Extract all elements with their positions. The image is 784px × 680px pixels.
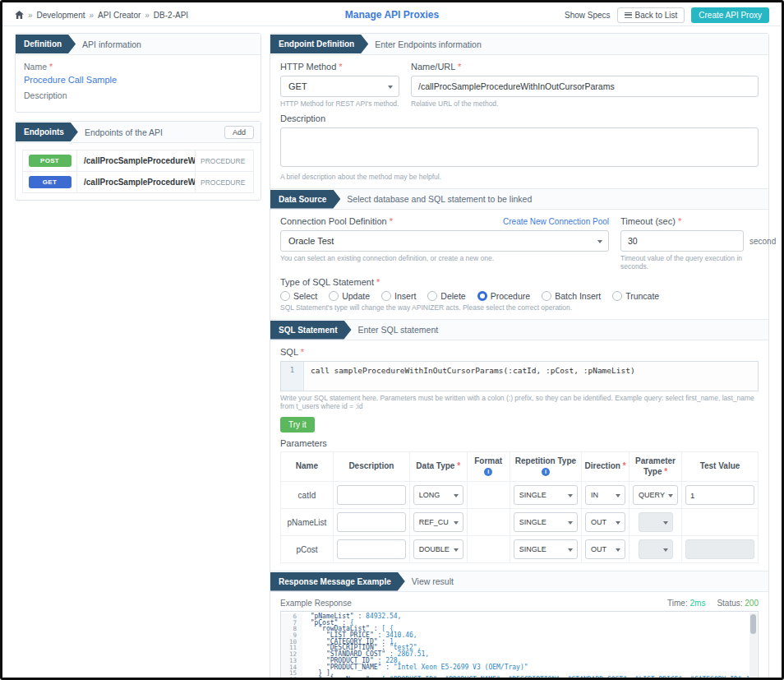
param-format-cell — [467, 482, 510, 509]
response-code-viewer[interactable]: 6 "pNameList" : 84932.54,7 "pCost" : {8 … — [280, 611, 759, 680]
parameter-row-catid: catId LONG SINGLE IN QUERY — [281, 482, 759, 509]
info-icon[interactable] — [542, 468, 550, 476]
content-area: Definition API information Name * Proced… — [15, 26, 769, 680]
info-icon[interactable] — [484, 468, 492, 476]
radio-label: Insert — [394, 291, 416, 301]
back-to-list-button[interactable]: Back to List — [617, 7, 685, 23]
param-direction-select[interactable]: OUT — [585, 539, 625, 559]
endpoint-row[interactable]: POST /callProcSampleProcedureW... PROCED… — [23, 150, 253, 171]
sql-type-radio-procedure[interactable]: Procedure — [477, 291, 530, 301]
param-repetition-select[interactable]: SINGLE — [514, 539, 578, 559]
radio-icon — [427, 291, 437, 301]
scrollbar-track[interactable] — [749, 613, 757, 680]
data-source-subtitle: Select database and SQL statement to be … — [347, 194, 532, 204]
sql-statement-subtitle: Enter SQL statement — [358, 325, 439, 335]
sql-type-radio-batch-insert[interactable]: Batch Insert — [542, 291, 601, 301]
param-data-type-select[interactable]: REF_CU — [413, 512, 463, 532]
name-label: Name * — [24, 62, 252, 72]
param-data-type-select[interactable]: LONG — [413, 485, 463, 505]
required-mark: * — [457, 461, 460, 470]
connection-pool-label-text: Connection Pool Definition — [280, 216, 387, 226]
endpoint-definition-header: Endpoint Definition Enter Endpoints info… — [270, 34, 768, 55]
name-url-help: Relative URL of the method. — [411, 99, 759, 108]
data-source-section: Data Source Select database and SQL stat… — [270, 188, 768, 319]
name-url-input[interactable] — [411, 76, 759, 97]
endpoint-type: PROCEDURE — [196, 172, 253, 192]
sql-editor[interactable]: 1 call sampleProcedureWithInOutCursorPar… — [280, 361, 759, 391]
connection-pool-select[interactable]: Oracle Test — [280, 230, 609, 252]
required-mark: * — [458, 62, 461, 72]
show-specs-link[interactable]: Show Specs — [565, 11, 611, 20]
example-response-label: Example Response — [280, 599, 352, 608]
col-format: Format — [467, 452, 510, 482]
chevron-down-icon — [616, 548, 620, 552]
sql-statement-badge: SQL Statement — [270, 321, 352, 340]
chevron-down-icon — [597, 240, 602, 243]
param-direction-select[interactable]: OUT — [585, 512, 625, 532]
try-it-button[interactable]: Try it — [280, 417, 315, 433]
breadcrumb-item-development[interactable]: Development — [37, 11, 85, 20]
param-test-value-input[interactable] — [685, 485, 754, 505]
param-data-type-value: REF_CU — [419, 518, 449, 526]
radio-label: Truncate — [625, 291, 659, 301]
api-name-link[interactable]: Procedure Call Sample — [24, 75, 252, 85]
left-column: Definition API information Name * Proced… — [15, 33, 261, 201]
create-api-proxy-button[interactable]: Create API Proxy — [691, 7, 769, 23]
endpoints-panel: Endpoints Endpoints of the API Add POST … — [15, 121, 261, 201]
timeout-label-text: Timeout (sec) — [620, 216, 676, 226]
required-mark: * — [339, 62, 342, 72]
param-type-select[interactable]: QUERY — [633, 485, 678, 505]
endpoint-description-textarea[interactable] — [280, 127, 759, 167]
home-icon[interactable] — [15, 11, 24, 19]
endpoints-badge: Endpoints — [16, 123, 78, 141]
required-mark: * — [664, 467, 667, 476]
create-new-connection-pool-link[interactable]: Create New Connection Pool — [503, 217, 609, 226]
radio-icon — [612, 291, 622, 301]
add-endpoint-button[interactable]: Add — [224, 126, 254, 139]
sql-code[interactable]: call sampleProcedureWithInOutCursorParam… — [304, 362, 642, 391]
param-description-input[interactable] — [337, 485, 406, 505]
parameter-row-pnamelist: pNameList REF_CU SINGLE OUT — [281, 509, 759, 536]
sql-label-text: SQL — [280, 347, 298, 357]
timeout-help: Timeout value of the query execution in … — [620, 254, 759, 271]
param-repetition-select[interactable]: SINGLE — [514, 512, 578, 532]
page-title: Manage API Proxies — [345, 9, 439, 21]
definition-badge: Definition — [16, 35, 76, 53]
param-description-input[interactable] — [337, 539, 406, 559]
sql-type-radio-update[interactable]: Update — [329, 291, 370, 301]
required-mark: * — [623, 461, 626, 470]
parameters-label: Parameters — [280, 438, 759, 448]
breadcrumb-item-db-2-api[interactable]: DB-2-API — [154, 11, 188, 20]
endpoint-row[interactable]: GET /callProcSampleProcedureW... PROCEDU… — [23, 171, 253, 192]
breadcrumb-item-api-creator[interactable]: API Creator — [98, 11, 141, 20]
timeout-input[interactable] — [620, 230, 744, 252]
radio-label: Batch Insert — [555, 291, 601, 301]
endpoint-type: PROCEDURE — [196, 150, 253, 171]
code-text: "PRODUCT_NAME" : "Intel Xeon E5-2699 V3 … — [302, 664, 528, 671]
sql-type-radio-delete[interactable]: Delete — [427, 291, 465, 301]
timeout-label: Timeout (sec) * — [620, 216, 759, 226]
top-bar: » Development » API Creator » DB-2-API M… — [2, 7, 782, 26]
sql-type-radio-truncate[interactable]: Truncate — [612, 291, 659, 301]
sql-type-radio-group: Select Update Insert Delete Procedure Ba… — [280, 291, 759, 301]
http-method-select[interactable]: GET — [280, 76, 399, 97]
connection-pool-value: Oracle Test — [288, 236, 334, 246]
param-data-type-select[interactable]: DOUBLE — [413, 539, 463, 559]
col-data-type: Data Type * — [409, 452, 467, 482]
response-time: Time: 2ms — [667, 599, 705, 608]
param-repetition-select[interactable]: SINGLE — [514, 485, 578, 505]
param-description-input[interactable] — [337, 512, 406, 532]
sql-statement-header: SQL Statement Enter SQL statement — [270, 319, 768, 340]
required-mark: * — [301, 347, 304, 357]
name-url-label: Name/URL * — [411, 62, 759, 72]
sql-type-radio-insert[interactable]: Insert — [381, 291, 416, 301]
endpoint-definition-badge: Endpoint Definition — [270, 35, 368, 53]
chevron-down-icon — [454, 494, 459, 497]
chevron-down-icon — [616, 494, 620, 497]
param-test-value-input-disabled — [685, 539, 754, 559]
scrollbar-thumb[interactable] — [750, 614, 756, 634]
response-status-value: 200 — [745, 599, 759, 608]
chevron-down-icon — [568, 521, 573, 525]
param-direction-select[interactable]: IN — [585, 485, 625, 505]
sql-type-radio-select[interactable]: Select — [280, 291, 317, 301]
